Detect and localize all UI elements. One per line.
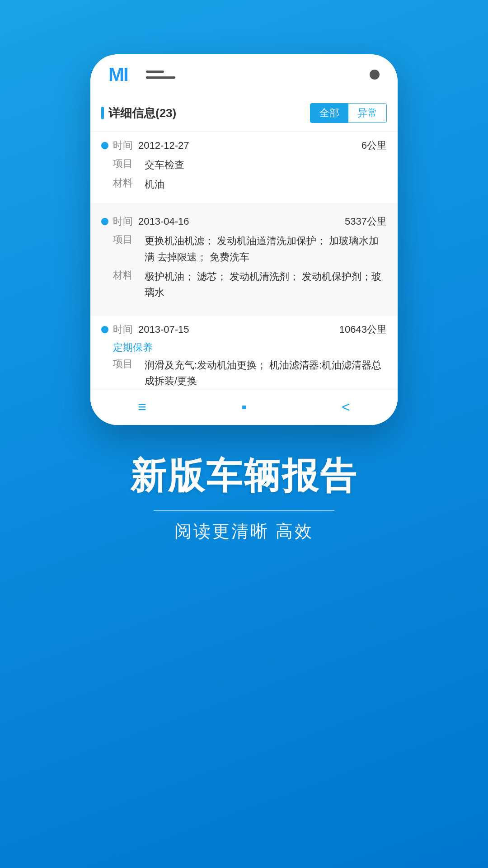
mileage-2: 5337公里	[345, 215, 387, 228]
item-value-1: 交车检查	[145, 157, 387, 173]
item-label-3: 项目	[113, 357, 145, 389]
record-dot-3	[101, 326, 108, 333]
tab-abnormal[interactable]: 异常	[348, 104, 386, 123]
record-row-1-material: 材料 机油	[101, 176, 387, 192]
mileage-3: 10643公里	[339, 323, 387, 336]
nav-back-icon[interactable]: <	[342, 399, 350, 415]
signal-lines	[146, 71, 175, 79]
record-time-row-2: 时间 2013-04-16 5337公里	[101, 215, 387, 228]
record-dot-1	[101, 142, 108, 149]
record-list: 时间 2012-12-27 6公里 项目 交车检查 材料 机油	[90, 132, 398, 389]
material-label-2: 材料	[113, 269, 145, 300]
record-row-1-item: 项目 交车检查	[101, 157, 387, 173]
mileage-1: 6公里	[361, 139, 387, 152]
record-item-2: 时间 2013-04-16 5337公里 项目 更换机油机滤； 发动机油道清洗加…	[90, 208, 398, 311]
material-value-1: 机油	[145, 176, 387, 192]
mi-logo: MI	[108, 64, 128, 85]
screen-content: 详细信息(23) 全部 异常 时间 2012-12-27 6公里 项目	[90, 95, 398, 425]
time-label-3: 时间	[113, 323, 133, 336]
material-value-2: 极护机油； 滤芯； 发动机清洗剂； 发动机保护剂；玻璃水	[145, 269, 387, 300]
item-label-2: 项目	[113, 233, 145, 264]
nav-home-icon[interactable]: ▪	[241, 399, 246, 415]
record-dot-2	[101, 218, 108, 225]
record-item-1: 时间 2012-12-27 6公里 项目 交车检查 材料 机油	[90, 132, 398, 203]
time-label-1: 时间	[113, 139, 133, 152]
divider-line	[154, 510, 334, 511]
time-value-3: 2013-07-15	[138, 324, 339, 335]
record-item-3: 时间 2013-07-15 10643公里 定期保养 项目 润滑及充气:发动机油…	[90, 316, 398, 389]
header-tabs[interactable]: 全部 异常	[310, 103, 387, 123]
bottom-section: 新版车辆报告 阅读更清晰 高效	[103, 452, 385, 543]
screen-header: 详细信息(23) 全部 异常	[90, 95, 398, 132]
signal-line-1	[146, 71, 164, 73]
time-value-1: 2012-12-27	[138, 140, 361, 151]
item-label-1: 项目	[113, 157, 145, 173]
header-accent-bar	[101, 107, 104, 119]
time-label-2: 时间	[113, 215, 133, 228]
main-title: 新版车辆报告	[130, 452, 358, 501]
signal-line-2	[146, 76, 175, 79]
record-time-row-1: 时间 2012-12-27 6公里	[101, 139, 387, 152]
record-row-2-material: 材料 极护机油； 滤芯； 发动机清洗剂； 发动机保护剂；玻璃水	[101, 269, 387, 300]
record-time-row-3: 时间 2013-07-15 10643公里	[101, 323, 387, 336]
record-row-3-item: 项目 润滑及充气:发动机油更换； 机油滤清器:机油滤清器总成拆装/更换	[101, 357, 387, 389]
material-label-1: 材料	[113, 176, 145, 192]
phone-bottom-nav: ≡ ▪ <	[90, 389, 398, 425]
camera-dot	[370, 70, 380, 80]
tab-all[interactable]: 全部	[310, 104, 348, 123]
phone-mockup: MI 详细信息(23) 全部 异常 时间	[90, 54, 398, 425]
record-tag-3: 定期保养	[101, 341, 387, 354]
phone-top-bar: MI	[90, 54, 398, 95]
header-title: 详细信息(23)	[108, 105, 310, 121]
item-value-3: 润滑及充气:发动机油更换； 机油滤清器:机油滤清器总成拆装/更换	[145, 357, 387, 389]
nav-menu-icon[interactable]: ≡	[138, 399, 146, 415]
record-row-2-item: 项目 更换机油机滤； 发动机油道清洗加保护； 加玻璃水加满 去掉限速； 免费洗车	[101, 233, 387, 264]
time-value-2: 2013-04-16	[138, 216, 345, 227]
sub-title: 阅读更清晰 高效	[174, 520, 314, 543]
item-value-2: 更换机油机滤； 发动机油道清洗加保护； 加玻璃水加满 去掉限速； 免费洗车	[145, 233, 387, 264]
